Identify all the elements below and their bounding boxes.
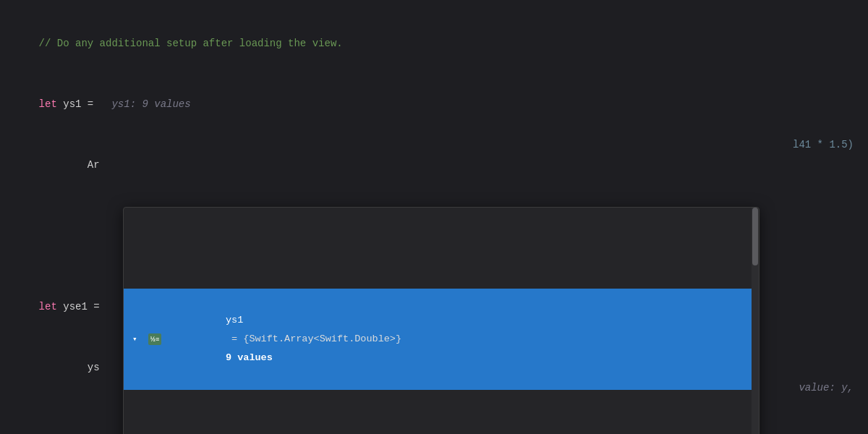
popup-row-ys1[interactable]: ▾ ½≡ ys1 = {Swift.Array<Swift.Double>} 9… bbox=[124, 289, 759, 390]
line-comment: // Do any additional setup after loading… bbox=[0, 13, 868, 74]
chevron-down-icon: ▾ bbox=[132, 330, 142, 349]
code-editor: // Do any additional setup after loading… bbox=[0, 0, 868, 434]
array-icon: ½≡ bbox=[148, 333, 161, 345]
variable-popup: ▾ ½≡ ys1 = {Swift.Array<Swift.Double>} 9… bbox=[123, 207, 760, 434]
scrollbar-thumb[interactable] bbox=[752, 208, 758, 265]
scrollbar[interactable] bbox=[752, 208, 759, 434]
row-ys1-text: ys1 = {Swift.Array<Swift.Double>} 9 valu… bbox=[167, 292, 407, 386]
line-ys1: let ys1 = ys1: 9 values bbox=[0, 74, 868, 135]
line-ar: Ar l41 * 1.5) ▾ ½≡ ys1 = {Swift.Array<Sw… bbox=[0, 135, 868, 276]
